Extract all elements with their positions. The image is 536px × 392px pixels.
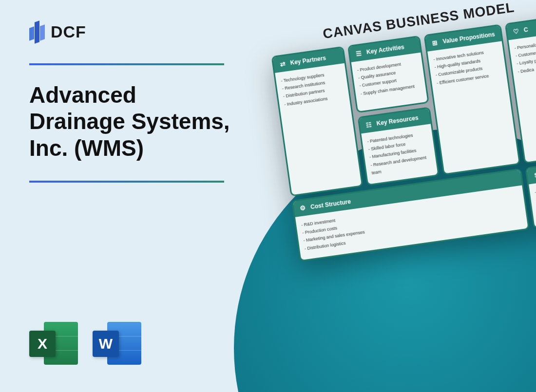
database-icon: ☷: [364, 120, 373, 129]
cell-label: Key Activities: [366, 43, 404, 56]
money-icon: $: [532, 171, 536, 180]
divider-bottom: [29, 181, 224, 183]
cell-label: C: [523, 26, 529, 34]
page-title: Advanced Drainage Systems, Inc. (WMS): [29, 82, 234, 161]
cell-body: Technology suppliers Research institutio…: [275, 63, 362, 195]
canvas-key-resources: ☷Key Resources Patented technologies Ski…: [357, 107, 439, 186]
cell-body: Patented technologies Skilled labor forc…: [361, 124, 438, 184]
cell-body: Product development Quality assurance Cu…: [351, 53, 428, 112]
app-icons: X W: [29, 319, 141, 368]
canvas-key-partners: ⇄Key Partners Technology suppliers Resea…: [271, 46, 363, 197]
word-icon: W: [93, 319, 141, 368]
cell-label: Key Resources: [376, 114, 419, 127]
cell-label: Cost Structure: [310, 198, 351, 210]
sliders-icon: ⚙: [298, 204, 307, 212]
logo: DCF: [29, 19, 234, 44]
link-icon: ⇄: [278, 59, 287, 68]
cell-body: Innovative tech solutions High-quality s…: [427, 41, 519, 173]
divider-top: [29, 63, 224, 65]
word-letter: W: [93, 331, 119, 357]
canvas-mockup: CANVAS BUSINESS MODEL ⇄Key Partners Tech…: [268, 0, 536, 261]
cell-label: Key Partners: [290, 55, 326, 66]
heart-icon: ♡: [512, 27, 520, 36]
people-icon: ☰: [354, 49, 363, 57]
excel-icon: X: [29, 319, 78, 368]
canvas-key-activities: ☰Key Activities Product development Qual…: [347, 36, 429, 113]
logo-text: DCF: [51, 22, 86, 41]
logo-mark-icon: [29, 19, 46, 44]
canvas-value-propositions: ⊞Value Propositions Innovative tech solu…: [423, 24, 520, 175]
excel-letter: X: [29, 331, 56, 357]
grid-icon: ⊞: [431, 38, 440, 47]
